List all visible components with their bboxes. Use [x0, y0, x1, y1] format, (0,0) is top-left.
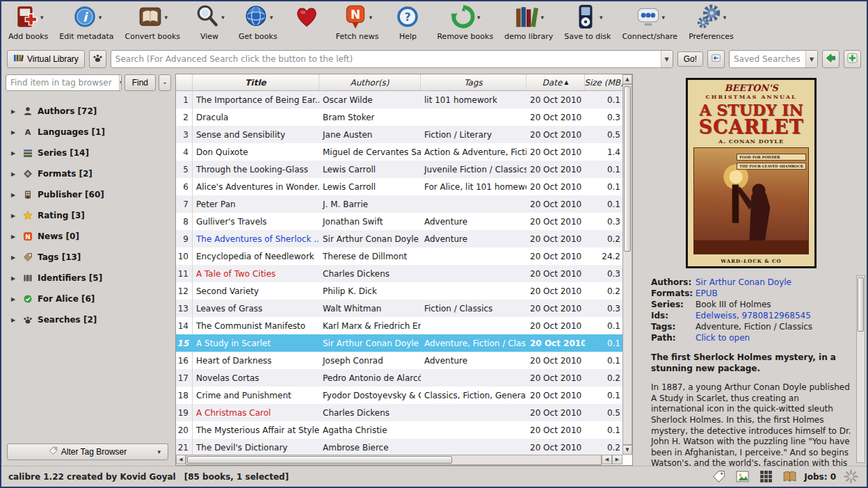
- preferences-button[interactable]: ▾ Preferences: [689, 3, 734, 41]
- chevron-down-icon[interactable]: ▾: [662, 14, 666, 21]
- cell-date[interactable]: 20 Oct 2010: [527, 391, 585, 400]
- table-row[interactable]: 11 A Tale of Two Cities Charles Dickens …: [176, 265, 632, 282]
- cell-date[interactable]: 20 Oct 2010: [527, 304, 585, 314]
- cell-date[interactable]: 20 Oct 2010: [527, 234, 585, 244]
- cell-size[interactable]: 0.1: [585, 165, 624, 174]
- scroll-left-arrow[interactable]: ◀: [602, 455, 612, 464]
- field-value[interactable]: Adventure, Fiction / Classics: [696, 322, 812, 332]
- cell-date[interactable]: 20 Oct 2010: [527, 252, 585, 261]
- cell-size[interactable]: 0.2: [585, 373, 624, 383]
- help-button[interactable]: ? Help: [389, 3, 426, 41]
- remove-books-button[interactable]: ▾ Remove books: [437, 3, 493, 41]
- chevron-right-icon[interactable]: ▶: [11, 129, 18, 136]
- table-row[interactable]: 18 Crime and Punishment Fyodor Dostoyevs…: [176, 387, 632, 404]
- cell-tags[interactable]: Classics, Fiction, General,...: [421, 391, 527, 400]
- cell-date[interactable]: 20 Oct 2010: [527, 182, 585, 192]
- cell-date[interactable]: 20 Oct 2010: [527, 130, 585, 140]
- sidebar-item-tags[interactable]: ▶ Tags [13]: [6, 247, 171, 268]
- cell-size[interactable]: 0.1: [585, 391, 624, 400]
- book-list-horizontal-scrollbar[interactable]: ◀ ◀▶: [176, 455, 622, 465]
- cell-date[interactable]: 20 Oct 2010: [527, 373, 585, 383]
- cell-authors[interactable]: Ambrose Bierce: [319, 443, 421, 453]
- column-header-authors[interactable]: Author(s): [319, 74, 421, 90]
- chevron-down-icon[interactable]: ▾: [40, 14, 44, 21]
- chevron-down-icon[interactable]: ▾: [723, 14, 727, 21]
- scroll-track[interactable]: [186, 455, 602, 465]
- connect-share-button[interactable]: ▾ Connect/share: [622, 3, 677, 41]
- scroll-thumb[interactable]: [624, 86, 631, 252]
- table-row[interactable]: 16 Heart of Darkness Joseph Conrad Adven…: [176, 352, 632, 369]
- scroll-left-arrow[interactable]: ◀: [176, 455, 186, 464]
- cell-title[interactable]: A Christmas Carol: [193, 408, 319, 418]
- sidebar-item-publisher[interactable]: ▶ Publisher [60]: [6, 184, 171, 205]
- table-row[interactable]: 3 Sense and Sensibility Jane Austen Fict…: [176, 126, 632, 143]
- cell-size[interactable]: 0.1: [585, 95, 624, 105]
- cover-browser-toggle-button[interactable]: [733, 469, 751, 485]
- chevron-right-icon[interactable]: ▶: [11, 234, 18, 240]
- sidebar-item-searches[interactable]: ▶ Searches [2]: [6, 309, 171, 330]
- cell-size[interactable]: 0.1: [585, 339, 624, 348]
- chevron-right-icon[interactable]: ▶: [11, 108, 18, 115]
- table-row[interactable]: 19 A Christmas Carol Charles Dickens 20 …: [176, 404, 632, 421]
- cell-tags[interactable]: Fiction / Classics: [421, 304, 527, 314]
- chevron-right-icon[interactable]: ▶: [11, 275, 18, 282]
- marked-books-button[interactable]: [89, 50, 106, 68]
- cell-size[interactable]: 0.1: [585, 425, 624, 435]
- cell-authors[interactable]: Bram Stoker: [319, 113, 421, 122]
- chevron-down-icon[interactable]: ▾: [221, 14, 225, 21]
- column-header-tags[interactable]: Tags: [421, 74, 527, 90]
- cell-authors[interactable]: Lewis Carroll: [319, 182, 421, 192]
- cell-tags[interactable]: For Alice, lit 101 homework: [421, 182, 527, 192]
- cell-size[interactable]: 1.4: [585, 147, 624, 157]
- cell-tags[interactable]: Adventure: [421, 356, 527, 366]
- sidebar-item-for-alice[interactable]: ▶ For Alice [6]: [6, 288, 171, 309]
- convert-books-button[interactable]: ▾ Convert books: [124, 3, 180, 41]
- cell-tags[interactable]: Adventure, Fiction / Clas...: [421, 339, 527, 348]
- cell-title[interactable]: Peter Pan: [193, 200, 319, 209]
- cell-authors[interactable]: Charles Dickens: [319, 269, 421, 279]
- add-books-button[interactable]: ▾ Add books: [8, 3, 48, 41]
- cell-authors[interactable]: J. M. Barrie: [319, 200, 421, 209]
- cell-size[interactable]: 0.1: [585, 321, 624, 331]
- cell-date[interactable]: 20 Oct 2010: [527, 95, 585, 105]
- table-row[interactable]: 10 Encyclopedia of Needlework Therese de…: [176, 247, 632, 265]
- field-value[interactable]: Sir Arthur Conan Doyle: [696, 277, 791, 287]
- cell-authors[interactable]: Therese de Dillmont: [319, 252, 421, 261]
- table-row[interactable]: 15 A Study in Scarlet Sir Arthur Conan D…: [176, 334, 632, 352]
- cell-size[interactable]: 0.1: [585, 182, 624, 192]
- cell-authors[interactable]: Philip K. Dick: [319, 286, 421, 296]
- cell-authors[interactable]: Agatha Christie: [319, 425, 421, 435]
- cell-authors[interactable]: Charles Dickens: [319, 408, 421, 418]
- tag-browser-toggle-button[interactable]: [709, 469, 728, 485]
- scroll-right-arrow[interactable]: ▶: [612, 455, 622, 464]
- table-row[interactable]: 4 Don Quixote Miguel de Cervantes Saa...…: [176, 143, 632, 161]
- field-value[interactable]: Click to open: [696, 333, 750, 343]
- saved-searches-select[interactable]: Saved Searches ▼: [729, 50, 818, 68]
- cell-authors[interactable]: Joseph Conrad: [319, 356, 421, 366]
- cell-size[interactable]: 0.3: [585, 269, 624, 279]
- donate-button[interactable]: [289, 3, 325, 32]
- cell-title[interactable]: Second Variety: [193, 286, 319, 296]
- sidebar-item-rating[interactable]: ▶ Rating [3]: [6, 205, 171, 226]
- cell-date[interactable]: 20 Oct 2010: [527, 443, 585, 453]
- fetch-news-button[interactable]: N▾ Fetch news: [336, 3, 379, 41]
- cell-authors[interactable]: Sir Arthur Conan Doyle: [319, 339, 421, 348]
- cell-title[interactable]: Sense and Sensibility: [193, 130, 319, 140]
- field-value[interactable]: Book III of Holmes: [696, 300, 771, 309]
- field-value[interactable]: EPUB: [696, 288, 718, 298]
- cell-date[interactable]: 20 Oct 2010: [527, 286, 585, 296]
- alter-tag-browser-button[interactable]: Alter Tag Browser ▾: [7, 444, 168, 460]
- table-row[interactable]: 12 Second Variety Philip K. Dick 20 Oct …: [176, 282, 632, 300]
- cell-title[interactable]: A Study in Scarlet: [193, 339, 319, 348]
- scroll-up-arrow[interactable]: ▲: [622, 74, 632, 84]
- scroll-thumb[interactable]: [858, 277, 864, 332]
- table-row[interactable]: 14 The Communist Manifesto Karl Marx & F…: [176, 317, 632, 334]
- save-to-disk-button[interactable]: ▾ Save to disk: [564, 3, 611, 41]
- cell-date[interactable]: 20 Oct 2010: [527, 356, 585, 366]
- cell-title[interactable]: The Adventures of Sherlock ...: [193, 234, 319, 244]
- sidebar-item-languages[interactable]: ▶ A Languages [1]: [6, 122, 171, 143]
- cell-size[interactable]: 0.3: [585, 304, 624, 314]
- search-input[interactable]: [111, 51, 661, 67]
- edit-metadata-button[interactable]: i▾ Edit metadata: [59, 3, 113, 41]
- cell-tags[interactable]: Fiction / Literary: [421, 130, 527, 140]
